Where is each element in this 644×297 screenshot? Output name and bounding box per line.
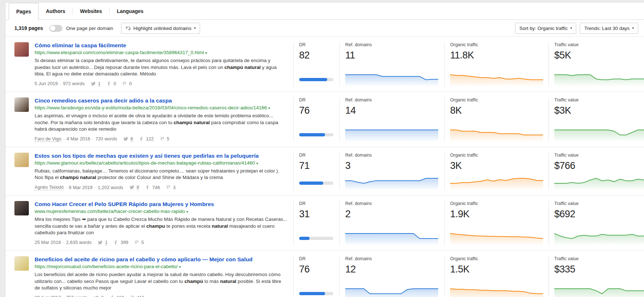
result-url-link[interactable]: https://mejorconsalud.com/beneficios-ace… — [35, 264, 178, 269]
organic-traffic-value: 8K — [450, 105, 548, 116]
result-url-link[interactable]: www.mujeresfemeninas.com/belleza/hacer-c… — [35, 209, 185, 214]
twitter-share-count[interactable]: 1 — [98, 81, 101, 87]
traffic-value-column-label: Traffic value — [554, 42, 644, 47]
meta-separator: · — [59, 81, 61, 86]
pinterest-icon — [160, 136, 165, 141]
facebook-share-count: 399 — [120, 240, 128, 245]
social-counts: 1 0 0 — [91, 81, 132, 87]
tab-authors[interactable]: Authors — [39, 3, 72, 19]
dr-column-label: DR — [299, 256, 339, 261]
result-snippet: Mira los mejores Tips ➡ para que tu Cabe… — [35, 216, 288, 236]
sort-by-label: Sort by: Organic traffic — [519, 26, 568, 31]
traffic-value-sparkline — [554, 127, 644, 142]
url-dropdown-caret[interactable]: ▾ — [256, 161, 258, 165]
result-row: Estos son los tipos de mechas que existe… — [6, 147, 644, 195]
dr-bar — [299, 182, 333, 185]
ref-domains-value: 11 — [345, 50, 444, 61]
result-thumbnail[interactable] — [14, 201, 29, 215]
ref-domains-column-label: Ref. domains — [345, 256, 444, 261]
ref-domains-column: Ref. domains 2 — [339, 201, 444, 245]
result-meta: 25 Mar 2016 · 2,635 words 1 399 5 — [35, 240, 288, 245]
result-url-link[interactable]: https://www.glamour.es/belleza/cabello/a… — [35, 160, 255, 166]
twitter-icon — [91, 81, 96, 86]
result-thumbnail[interactable] — [14, 42, 29, 57]
traffic-value-sparkline — [554, 286, 644, 297]
results-list: Cómo eliminar la caspa fácilmente https:… — [6, 36, 644, 297]
dr-bar-fill — [299, 237, 310, 240]
facebook-share-count: 0 — [114, 81, 116, 86]
result-url-link[interactable]: https://www.elespanol.com/como/eliminar-… — [35, 50, 204, 55]
meta-separator: · — [92, 136, 93, 141]
traffic-value-value: $692 — [554, 209, 644, 220]
trends-range-label: Trends: Last 30 days — [584, 26, 630, 31]
twitter-icon — [123, 136, 128, 141]
result-word-count: 972 words — [63, 81, 85, 86]
result-title-link[interactable]: Beneficios del aceite de ricino para el … — [35, 256, 253, 263]
pinterest-icon — [122, 81, 127, 86]
result-title-link[interactable]: Como Hacer Crecer el Pelo SUPER Rápido p… — [35, 201, 214, 208]
result-thumbnail[interactable] — [14, 153, 29, 167]
result-title-link[interactable]: Estos son los tipos de mechas que existe… — [35, 153, 259, 159]
twitter-icon — [129, 185, 134, 190]
organic-traffic-sparkline — [450, 286, 543, 297]
dr-column: DR 71 — [293, 153, 339, 190]
organic-traffic-column-label: Organic traffic — [450, 153, 548, 158]
result-source[interactable]: Agnès Teixidó — [35, 184, 64, 190]
result-text-block: Estos son los tipos de mechas que existe… — [35, 153, 288, 190]
meta-separator: · — [63, 295, 64, 297]
dr-bar-fill — [299, 78, 327, 81]
trends-range-button[interactable]: Trends: Last 30 days ▾ — [580, 23, 638, 34]
dr-bar — [299, 237, 333, 240]
organic-traffic-column: Organic traffic 8K — [444, 97, 548, 142]
ref-domains-sparkline — [345, 127, 438, 142]
result-thumbnail[interactable] — [14, 97, 29, 112]
results-toolbar: 1,319 pages One page per domain Highligh… — [6, 20, 644, 36]
result-title-link[interactable]: Cinco remedios caseros para decir adiós … — [35, 97, 172, 104]
tab-websites[interactable]: Websites — [73, 3, 109, 19]
sort-by-button[interactable]: Sort by: Organic traffic ▾ — [515, 23, 576, 34]
dr-column: DR 76 — [293, 97, 339, 142]
url-dropdown-caret[interactable]: ▾ — [205, 51, 207, 55]
pinterest-share-count: 5 — [141, 240, 144, 245]
result-row: Cómo eliminar la caspa fácilmente https:… — [6, 36, 644, 92]
pinterest-share-count: 116 — [137, 295, 145, 297]
highlight-unlinked-domains-button[interactable]: Highlight unlinked domains ▾ — [121, 23, 200, 34]
twitter-share-count[interactable]: 8 — [137, 184, 139, 190]
result-text-block: Cómo eliminar la caspa fácilmente https:… — [35, 42, 288, 87]
dr-bar-fill — [299, 182, 323, 185]
twitter-share-count[interactable]: 2 — [101, 295, 103, 297]
url-dropdown-caret[interactable]: ▾ — [268, 106, 270, 110]
result-word-count: 2,635 words — [66, 240, 92, 245]
result-url-link[interactable]: https://www.farodevigo.es/vida-y-estilo/… — [35, 105, 267, 110]
tab-languages[interactable]: Languages — [110, 3, 151, 19]
tab-pages[interactable]: Pages — [9, 3, 39, 20]
dr-bar — [299, 292, 333, 295]
dr-column-label: DR — [299, 97, 339, 102]
organic-traffic-sparkline — [450, 127, 543, 142]
result-word-count: 720 words — [96, 136, 117, 141]
twitter-icon — [94, 295, 99, 297]
ref-domains-column: Ref. domains 12 — [339, 256, 444, 297]
traffic-value-column-label: Traffic value — [554, 201, 644, 206]
social-counts: 8 122 5 — [123, 136, 169, 142]
result-row: Beneficios del aceite de ricino para el … — [6, 250, 644, 297]
result-source[interactable]: Faro de Vigo — [35, 136, 61, 142]
organic-traffic-value: 11.8K — [450, 50, 548, 61]
url-dropdown-caret[interactable]: ▾ — [179, 265, 181, 269]
one-page-per-domain-toggle[interactable] — [49, 25, 62, 32]
result-meta: Agnès Teixidó · 6 Mar 2019 · 1,202 words… — [35, 184, 288, 190]
meta-separator: · — [63, 240, 64, 245]
ref-domains-sparkline — [345, 231, 438, 245]
toolbar-right-group: Sort by: Organic traffic ▾ Trends: Last … — [515, 23, 638, 34]
url-dropdown-caret[interactable]: ▾ — [186, 210, 188, 214]
twitter-share-count[interactable]: 1 — [105, 240, 107, 245]
result-title-link[interactable]: Cómo eliminar la caspa fácilmente — [35, 42, 126, 49]
unlink-icon — [125, 26, 131, 31]
twitter-share-count[interactable]: 8 — [130, 136, 133, 142]
traffic-value-column: Traffic value $335 — [548, 256, 644, 297]
result-thumbnail[interactable] — [14, 256, 29, 271]
ref-domains-value: 14 — [345, 105, 444, 116]
content-explorer-results-page: Pages Authors Websites Languages 1,319 p… — [6, 3, 644, 297]
highlight-unlinked-domains-label: Highlight unlinked domains — [133, 26, 191, 31]
traffic-value-column-label: Traffic value — [554, 153, 644, 158]
